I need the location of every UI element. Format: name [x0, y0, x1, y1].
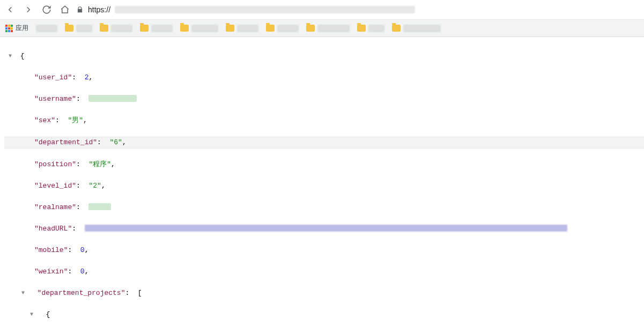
address-bar: https://	[0, 0, 644, 19]
bookmark-item[interactable]	[36, 25, 57, 32]
json-line[interactable]: "headURL":	[4, 224, 644, 234]
apps-label: 应用	[16, 24, 28, 33]
bookmark-folder[interactable]	[140, 25, 173, 32]
json-value: 0	[80, 246, 85, 254]
json-value: 2	[93, 182, 97, 190]
folder-icon	[392, 25, 401, 32]
bookmark-folder[interactable]	[100, 25, 132, 32]
json-line[interactable]: "realname":	[4, 202, 644, 213]
forward-button[interactable]	[21, 3, 35, 17]
json-key: sex	[39, 116, 51, 124]
folder-icon	[306, 25, 315, 32]
folder-icon	[180, 25, 189, 32]
json-line[interactable]: "position": "程序",	[4, 159, 644, 170]
redacted-value	[88, 95, 137, 102]
url-redacted	[115, 6, 415, 13]
collapse-toggle[interactable]: ▼	[21, 288, 29, 299]
json-line[interactable]: "level_id": "2",	[4, 181, 644, 191]
json-line[interactable]: "sex": "男",	[4, 115, 644, 126]
folder-icon	[100, 25, 108, 32]
folder-icon	[65, 25, 73, 32]
collapse-toggle[interactable]: ▼	[9, 51, 16, 62]
reload-button[interactable]	[40, 3, 54, 17]
json-line[interactable]: ▼ {	[4, 51, 644, 62]
folder-icon	[266, 25, 275, 32]
bookmark-folder[interactable]	[357, 25, 384, 32]
bookmark-folder[interactable]	[180, 25, 218, 32]
json-key: user_id	[39, 73, 68, 81]
bookmark-folder[interactable]	[226, 25, 258, 32]
json-line-highlighted[interactable]: "department_id": "6",	[4, 137, 644, 148]
json-key: headURL	[39, 225, 68, 233]
json-value: 6	[114, 138, 118, 146]
home-button[interactable]	[58, 3, 72, 17]
lock-icon	[76, 6, 84, 13]
json-line[interactable]: ▼ {	[4, 309, 644, 320]
folder-icon	[357, 25, 366, 32]
bookmark-folder[interactable]	[306, 25, 350, 32]
json-value: 0	[80, 267, 85, 276]
back-button[interactable]	[3, 3, 17, 17]
json-key: level_id	[39, 182, 72, 190]
json-key: username	[39, 95, 72, 103]
collapse-toggle[interactable]: ▼	[30, 309, 38, 320]
json-viewer: ▼ { "user_id": 2, "username": "sex": "男"…	[0, 37, 644, 327]
folder-icon	[140, 25, 149, 32]
json-key: mobile	[39, 246, 64, 254]
json-line[interactable]: "user_id": 2,	[4, 72, 644, 83]
url-scheme: https://	[88, 5, 110, 14]
apps-button[interactable]: 应用	[5, 24, 28, 33]
json-value: 程序	[93, 160, 107, 168]
bookmark-folder[interactable]	[65, 25, 92, 32]
bookmarks-bar: 应用	[0, 19, 644, 36]
json-key: weixin	[39, 267, 64, 276]
json-line[interactable]: "mobile": 0,	[4, 245, 644, 256]
json-line[interactable]: "weixin": 0,	[4, 266, 644, 277]
bookmark-folder[interactable]	[266, 25, 299, 32]
json-key: department_id	[39, 138, 93, 146]
browser-chrome: https:// 应用	[0, 0, 644, 37]
apps-grid-icon	[5, 25, 13, 32]
address-field[interactable]: https://	[76, 2, 641, 17]
json-key: position	[39, 160, 72, 168]
json-line[interactable]: ▼ "department_projects": [	[4, 288, 644, 299]
json-value: 男	[72, 116, 79, 124]
redacted-value	[88, 203, 111, 210]
redacted-value	[85, 225, 567, 232]
json-key: department_projects	[41, 289, 121, 297]
json-key: realname	[39, 203, 72, 211]
bookmark-folder[interactable]	[392, 25, 441, 32]
folder-icon	[226, 25, 234, 32]
json-line[interactable]: "username":	[4, 94, 644, 105]
